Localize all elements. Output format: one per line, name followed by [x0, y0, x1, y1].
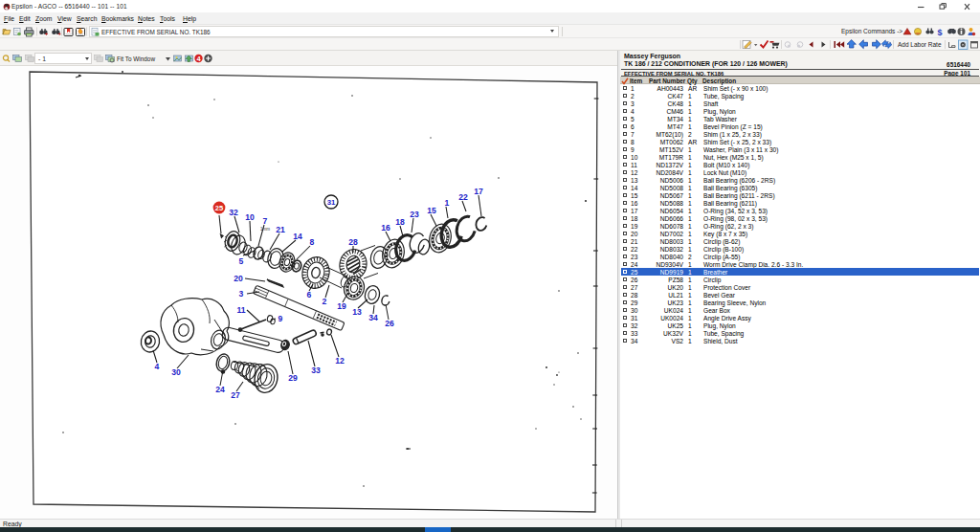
- svg-text:11: 11: [236, 305, 245, 315]
- svg-text:9: 9: [278, 314, 283, 323]
- svg-text:33: 33: [311, 366, 321, 375]
- svg-text:1mm: 1mm: [260, 227, 270, 232]
- svg-text:1: 1: [445, 198, 450, 208]
- svg-text:32: 32: [229, 208, 238, 217]
- svg-text:16: 16: [381, 223, 390, 233]
- svg-text:15: 15: [427, 206, 436, 215]
- svg-text:34: 34: [368, 313, 378, 322]
- svg-text:2: 2: [323, 297, 327, 306]
- svg-text:17: 17: [474, 187, 483, 196]
- svg-text:20: 20: [234, 274, 243, 283]
- svg-text:7: 7: [263, 216, 268, 226]
- svg-text:8: 8: [310, 237, 315, 247]
- svg-text:$: $: [938, 28, 943, 37]
- svg-text:13: 13: [352, 307, 362, 317]
- svg-text:31: 31: [327, 198, 336, 207]
- svg-text:22: 22: [458, 192, 468, 202]
- svg-text:3: 3: [239, 289, 244, 299]
- svg-text:21: 21: [276, 225, 285, 234]
- svg-text:30: 30: [171, 367, 181, 377]
- svg-text:24: 24: [215, 385, 225, 394]
- svg-text:27: 27: [231, 390, 240, 400]
- svg-text:23: 23: [410, 210, 419, 219]
- svg-text:6: 6: [307, 290, 312, 299]
- svg-text:26: 26: [385, 319, 394, 328]
- svg-text:18: 18: [395, 217, 405, 227]
- svg-text:19: 19: [337, 301, 346, 311]
- svg-text:28: 28: [348, 237, 358, 247]
- svg-text:10: 10: [245, 212, 255, 222]
- svg-text:5: 5: [239, 256, 244, 266]
- svg-text:29: 29: [288, 373, 298, 383]
- svg-text:12: 12: [335, 356, 345, 366]
- svg-text:4: 4: [155, 362, 160, 371]
- svg-text:14: 14: [293, 232, 302, 241]
- svg-text:25: 25: [215, 204, 223, 212]
